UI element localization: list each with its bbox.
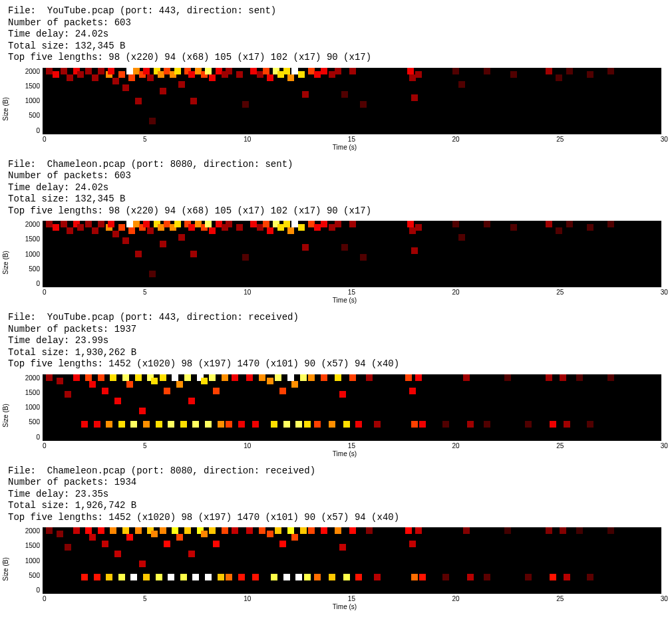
xaxis-ticks: 051015202530 (43, 595, 668, 602)
heatmap-cell (178, 81, 185, 88)
heatmap-cell (128, 74, 135, 81)
heatmap-cell (112, 78, 119, 84)
heatmap-cell (341, 244, 348, 251)
heatmap-cell (184, 374, 191, 381)
heatmap-cell (415, 527, 422, 534)
heatmap-cell (192, 421, 199, 428)
heatmap-cell (343, 574, 350, 580)
heatmap-cell (178, 234, 185, 241)
heatmap-cell (411, 94, 418, 101)
heatmap-cell (349, 527, 356, 534)
heatmap-cell (226, 574, 232, 580)
heatmap-cell (139, 408, 146, 414)
heatmap-cell (360, 254, 367, 261)
heatmap-cell (405, 374, 412, 381)
heatmap-cell (89, 534, 96, 541)
heatmap-cell (546, 221, 552, 227)
heatmap-cell (156, 574, 162, 580)
heatmap-cell (242, 254, 249, 261)
heatmap-cell (263, 221, 269, 227)
heatmap-cell (218, 421, 224, 428)
block-chameleon-received: File: Chameleon.pcap (port: 8080, direct… (8, 465, 668, 611)
heatmap-cell (607, 527, 614, 534)
heatmap-cell (174, 221, 181, 227)
xaxis-ticks: 051015202530 (43, 289, 668, 296)
ylabel: Size (B) (2, 404, 9, 428)
heatmap-cell (85, 374, 92, 381)
heatmap-cell (180, 421, 187, 428)
heatmap-cell (143, 68, 150, 74)
heatmap-cell (151, 531, 158, 537)
heatmap-cell (321, 68, 327, 74)
heatmap-cell (304, 421, 311, 428)
heatmap-cell (556, 74, 562, 81)
heatmap-cell (149, 118, 156, 124)
heatmap-cell (510, 224, 517, 231)
heatmap-cell (92, 74, 98, 81)
heatmap-cell (160, 241, 166, 247)
heatmap-cell (81, 421, 88, 428)
heatmap-cell (172, 527, 178, 534)
heatmap-cell (287, 374, 294, 381)
heatmap-cell (279, 541, 286, 547)
meta-youtube-received: File: YouTube.pcap (port: 443, direction… (8, 312, 668, 370)
heatmap-cell (222, 527, 228, 534)
heatmap-cell (587, 574, 593, 580)
heatmap-cell (77, 71, 84, 78)
heatmap-cell (112, 231, 119, 237)
heatmap-cell (85, 221, 92, 227)
heatmap-cell (209, 374, 216, 381)
heatmap-cell (172, 374, 178, 381)
heatmap-cell (484, 574, 490, 580)
heatmap-cell (267, 531, 273, 537)
heatmap-cell (114, 551, 121, 557)
heatmap-cell (374, 574, 381, 580)
heatmap-cell (174, 68, 181, 74)
heatmap-cell (209, 227, 216, 234)
heatmap-cell (118, 224, 125, 231)
heatmap-cell (267, 378, 273, 384)
heatmap-cell (73, 374, 80, 381)
heatmap-plot (43, 221, 661, 287)
heatmap-cell (287, 74, 294, 81)
heatmap-cell (102, 541, 108, 547)
heatmap-cell (484, 421, 490, 428)
heatmap-cell (329, 574, 335, 580)
heatmap-cell (246, 527, 253, 534)
heatmap-cell (46, 527, 53, 534)
xlabel: Time (s) (21, 603, 668, 610)
heatmap-cell (411, 574, 418, 580)
heatmap-cell (232, 374, 238, 381)
heatmap-cell (415, 374, 422, 381)
heatmap-cell (259, 374, 265, 381)
heatmap-cell (335, 527, 341, 534)
heatmap-cell (242, 101, 249, 108)
yaxis-ticks: 2000150010005000 (21, 374, 43, 441)
heatmap-cell (130, 574, 137, 580)
heatmap-cell (168, 574, 174, 580)
heatmap-cell (98, 374, 104, 381)
heatmap-cell (291, 534, 298, 541)
heatmap-cell (374, 421, 381, 428)
heatmap-cell (366, 527, 373, 534)
heatmap-cell (98, 221, 104, 227)
heatmap-cell (205, 221, 212, 227)
heatmap-cell (190, 251, 197, 257)
ylabel: Size (B) (2, 97, 9, 121)
heatmap-cell (442, 574, 449, 580)
heatmap-cell (130, 421, 137, 428)
heatmap-cell (89, 381, 96, 388)
heatmap-cell (484, 68, 490, 74)
heatmap-cell (110, 374, 116, 381)
heatmap-cell (201, 378, 208, 384)
heatmap-cell (335, 374, 341, 381)
heatmap-plot (43, 68, 661, 134)
heatmap-cell (122, 527, 129, 534)
heatmap-cell (308, 374, 315, 381)
heatmap-cell (147, 74, 154, 81)
heatmap-cell (118, 574, 125, 580)
heatmap-cell (213, 541, 220, 547)
heatmap-cell (126, 534, 133, 541)
meta-youtube-sent: File: YouTube.pcap (port: 443, direction… (8, 5, 668, 64)
heatmap-cell (405, 527, 412, 534)
